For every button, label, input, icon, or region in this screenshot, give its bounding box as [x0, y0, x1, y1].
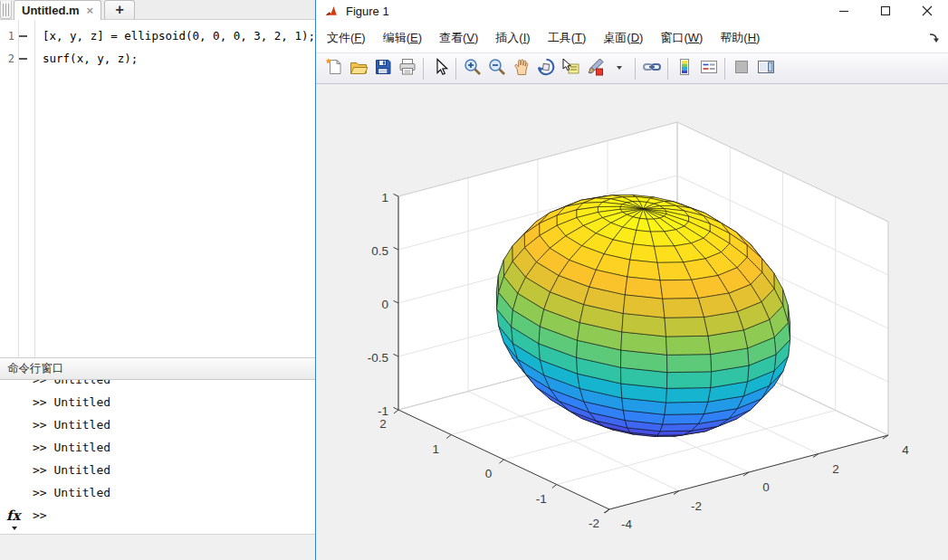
grip-dots-icon [3, 4, 9, 16]
maximize-button[interactable] [865, 0, 906, 23]
command-prompt-row[interactable]: fx >> [0, 504, 315, 527]
panel-bottom-strip [0, 535, 315, 560]
hide-plot-tools-button[interactable] [729, 56, 753, 81]
breakpoint-column[interactable] [14, 58, 31, 60]
svg-text:0: 0 [381, 298, 388, 311]
edit-arrow-button[interactable] [427, 56, 452, 81]
zoom-out-icon [487, 57, 507, 81]
command-prompt: >> [33, 508, 47, 522]
data-cursor-button[interactable] [558, 56, 582, 81]
rotate-3d-button[interactable] [533, 56, 558, 81]
command-history-line: >> Untitled [0, 459, 315, 481]
toolbar-separator [423, 58, 424, 80]
brush-icon [585, 57, 605, 81]
close-button[interactable] [906, 0, 948, 23]
brush-caret-icon [616, 57, 623, 81]
figure-titlebar[interactable]: Figure 1 [316, 0, 948, 23]
menu-v[interactable]: 查看(V) [432, 26, 485, 50]
insert-legend-button[interactable] [696, 56, 721, 81]
command-window-body[interactable]: >> Untitled>> Untitled>> Untitled>> Unti… [0, 380, 315, 535]
menu-f[interactable]: 文件(F) [320, 26, 373, 50]
toolbar-separator [635, 58, 636, 80]
toolbar-separator [667, 58, 668, 80]
data-cursor-icon [560, 57, 580, 81]
svg-text:2: 2 [832, 462, 839, 476]
menu-w[interactable]: 窗口(W) [653, 26, 710, 50]
command-window-header: 命令行窗口 [0, 357, 315, 380]
insert-colorbar-button[interactable] [672, 56, 696, 81]
figure-axes-3d[interactable]: -4-2024-2-1012-1-0.500.51 [316, 84, 948, 560]
show-plot-tools-icon [756, 57, 776, 81]
executable-line-dash-icon [18, 35, 27, 37]
executable-line-dash-icon [18, 58, 27, 60]
show-plot-tools-button[interactable] [753, 56, 778, 81]
svg-text:-4: -4 [621, 517, 632, 531]
svg-text:-0.5: -0.5 [368, 351, 388, 365]
edit-arrow-icon [430, 57, 450, 81]
close-icon [922, 4, 933, 20]
line-number: 2 [0, 52, 14, 65]
menu-d[interactable]: 桌面(D) [596, 26, 650, 50]
save-figure-icon [373, 57, 393, 81]
screen: Untitled.m × + 1[x, y, z] = ellipsoid(0,… [0, 0, 948, 560]
editor-tab-bar: Untitled.m × + [0, 0, 315, 20]
tab-close-icon[interactable]: × [87, 4, 94, 17]
command-history-line: >> Untitled [0, 391, 315, 413]
code-line: 2surf(x, y, z); [0, 47, 315, 70]
editor-code-area[interactable]: 1[x, y, z] = ellipsoid(0, 0, 0, 3, 2, 1)… [0, 20, 315, 357]
rotate-3d-icon [536, 57, 556, 81]
line-number: 1 [0, 30, 14, 43]
pan-hand-button[interactable] [509, 56, 533, 81]
menu-i[interactable]: 插入(I) [488, 26, 537, 50]
menu-e[interactable]: 编辑(E) [376, 26, 429, 50]
new-figure-icon [324, 57, 344, 81]
command-history-line: >> Untitled [0, 380, 315, 391]
gutter-separator [18, 20, 19, 357]
svg-text:-1: -1 [536, 492, 547, 506]
brush-caret-button[interactable] [607, 56, 631, 81]
open-file-icon [349, 57, 369, 81]
code-text: [x, y, z] = ellipsoid(0, 0, 0, 3, 2, 1); [31, 29, 315, 43]
fx-function-browser-icon[interactable]: fx [6, 505, 20, 527]
matlab-desktop-panel: Untitled.m × + 1[x, y, z] = ellipsoid(0,… [0, 0, 315, 560]
command-history-line: >> Untitled [0, 481, 315, 504]
svg-text:-2: -2 [691, 499, 702, 513]
link-plot-icon [642, 57, 662, 81]
zoom-out-button[interactable] [484, 56, 509, 81]
minimize-icon [838, 4, 849, 20]
svg-text:0: 0 [485, 467, 493, 480]
svg-text:-2: -2 [589, 517, 599, 530]
new-figure-button[interactable] [321, 56, 346, 81]
pan-hand-icon [512, 57, 531, 81]
tab-untitled-m[interactable]: Untitled.m × [14, 0, 101, 20]
print-figure-button[interactable] [395, 56, 419, 81]
svg-text:0: 0 [762, 480, 770, 494]
command-window-title: 命令行窗口 [7, 361, 64, 376]
maximize-icon [880, 4, 891, 20]
save-figure-button[interactable] [370, 56, 395, 81]
menu-h[interactable]: 帮助(H) [713, 26, 767, 50]
zoom-in-button[interactable] [460, 56, 484, 81]
minimize-button[interactable] [823, 0, 865, 23]
gutter-separator [34, 20, 35, 357]
matlab-logo-icon [325, 5, 339, 18]
z-axis-ticks: -1-0.500.51 [368, 191, 398, 418]
figure-canvas: -4-2024-2-1012-1-0.500.51 [316, 84, 948, 560]
svg-text:0.5: 0.5 [371, 244, 388, 258]
insert-legend-icon [699, 57, 719, 81]
new-tab-button[interactable]: + [104, 0, 135, 19]
brush-button[interactable] [582, 56, 607, 81]
open-file-button[interactable] [346, 56, 370, 81]
menu-t[interactable]: 工具(T) [541, 26, 594, 50]
svg-text:1: 1 [432, 442, 439, 456]
toolbar-separator [455, 58, 456, 80]
link-plot-button[interactable] [639, 56, 664, 81]
figure-window-title: Figure 1 [346, 5, 389, 18]
svg-text:1: 1 [381, 191, 388, 204]
print-figure-icon [397, 57, 417, 81]
figure-window: Figure 1 文件(F)编辑(E)查看(V)插入(I)工具(T)桌面(D)窗… [315, 0, 948, 560]
panel-drag-grip[interactable] [0, 1, 12, 19]
window-controls [823, 0, 948, 23]
dock-figure-arrow-icon[interactable] [928, 32, 941, 44]
breakpoint-column[interactable] [14, 35, 31, 37]
